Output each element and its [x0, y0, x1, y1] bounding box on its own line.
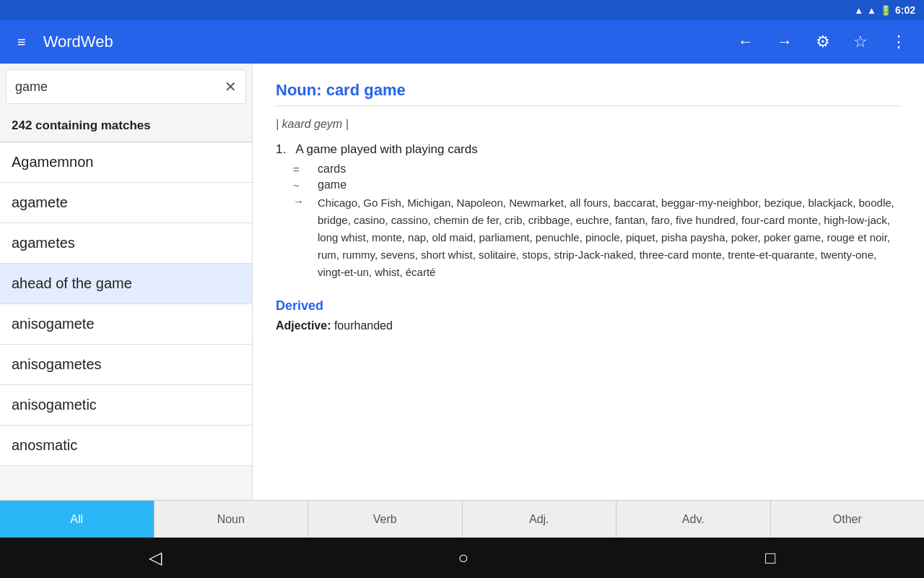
sidebar: ✕ 242 containing matches Agamemnonagamet… [0, 64, 253, 500]
equals-value: cards [318, 163, 346, 176]
equals-row: = cards [293, 163, 901, 176]
back-button[interactable]: ← [732, 27, 759, 57]
recent-nav-icon[interactable]: □ [765, 548, 776, 568]
content-area: Noun: card game | kaard geym | 1. A game… [253, 64, 924, 500]
search-box: ✕ [6, 69, 246, 104]
equals-symbol: = [293, 163, 313, 176]
list-item[interactable]: anosmatic [0, 426, 252, 466]
app-title: WordWeb [43, 33, 720, 51]
menu-icon[interactable]: ≡ [12, 28, 32, 56]
search-input[interactable] [15, 79, 225, 95]
tab-verb[interactable]: Verb [308, 501, 463, 538]
signal-icon: ▲ [867, 5, 876, 16]
hyponyms-row: → Chicago, Go Fish, Michigan, Napoleon, … [293, 194, 901, 281]
definition-number-text: 1. A game played with playing cards [276, 142, 901, 157]
hyponyms-list: Chicago, Go Fish, Michigan, Napoleon, Ne… [318, 194, 901, 281]
tilde-symbol: ~ [293, 179, 313, 191]
tab-all[interactable]: All [0, 501, 154, 538]
bottom-tabs: AllNounVerbAdj.Adv.Other [0, 500, 924, 538]
app-bar: ≡ WordWeb ← → ⚙ ☆ ⋮ [0, 20, 924, 64]
list-item[interactable]: Agamemnon [0, 142, 252, 183]
tab-other[interactable]: Other [771, 501, 925, 538]
tilde-value: game [318, 178, 346, 191]
list-item[interactable]: agametes [0, 223, 252, 264]
forward-button[interactable]: → [771, 27, 798, 57]
back-nav-icon[interactable]: ◁ [149, 548, 162, 568]
wifi-icon: ▲ [854, 5, 863, 16]
definition-number: 1. [276, 142, 293, 156]
clear-search-icon[interactable]: ✕ [225, 78, 237, 95]
arrow-symbol: → [293, 195, 313, 207]
settings-icon[interactable]: ⚙ [810, 27, 836, 57]
status-bar: ▲ ▲ 🔋 6:02 [0, 0, 924, 20]
pronunciation: | kaard geym | [276, 118, 901, 131]
status-icons: ▲ ▲ 🔋 6:02 [854, 4, 915, 16]
battery-icon: 🔋 [880, 5, 892, 16]
main-layout: ✕ 242 containing matches Agamemnonagamet… [0, 64, 924, 500]
home-nav-icon[interactable]: ○ [458, 548, 469, 568]
nav-bar: ◁ ○ □ [0, 538, 924, 578]
match-count: 242 containing matches [0, 110, 252, 142]
tab-adj[interactable]: Adj. [463, 501, 617, 538]
tab-noun[interactable]: Noun [154, 501, 309, 538]
list-item[interactable]: anisogametes [0, 345, 252, 385]
derived-pos: Adjective: [276, 319, 331, 332]
derived-item: Adjective: fourhanded [276, 319, 901, 332]
more-icon[interactable]: ⋮ [885, 27, 912, 57]
definition-item: 1. A game played with playing cards = ca… [276, 142, 901, 281]
tab-adv[interactable]: Adv. [616, 501, 771, 538]
definition-body: A game played with playing cards [295, 142, 477, 156]
word-list: Agamemnonagameteagametesahead of the gam… [0, 142, 252, 500]
header-divider [276, 105, 901, 106]
derived-word: fourhanded [334, 319, 393, 332]
time-display: 6:02 [895, 4, 915, 16]
entry-header: Noun: card game [276, 81, 901, 100]
list-item[interactable]: anisogamete [0, 304, 252, 345]
derived-title: Derived [276, 298, 901, 314]
derived-section: Derived Adjective: fourhanded [276, 298, 901, 332]
favorite-icon[interactable]: ☆ [847, 27, 873, 57]
tilde-row: ~ game [293, 178, 901, 191]
list-item[interactable]: agamete [0, 183, 252, 223]
list-item[interactable]: ahead of the game [0, 264, 252, 304]
list-item[interactable]: anisogametic [0, 385, 252, 426]
